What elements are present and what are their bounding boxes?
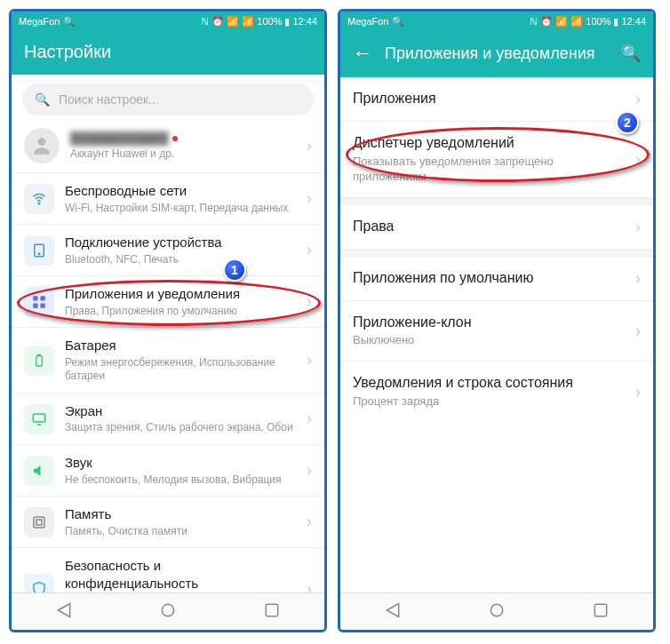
svg-point-1 <box>38 203 40 204</box>
row-app-clone[interactable]: Приложение-клон Выключено › <box>340 301 653 362</box>
nav-home-icon[interactable] <box>488 601 506 623</box>
row-permissions[interactable]: Права › <box>340 205 653 250</box>
carrier-label: MegaFon <box>347 16 388 27</box>
header: ← Приложения и уведомления 🔍 <box>340 31 653 77</box>
chevron-right-icon: › <box>307 513 312 531</box>
phone-left: MegaFon 🔍 ℕ ⏰ 📶 📶 100% ▮ 12:44 Настройки… <box>9 9 327 632</box>
shield-icon <box>24 574 54 592</box>
svg-point-0 <box>38 138 46 146</box>
chevron-right-icon: › <box>635 383 641 402</box>
nav-back-icon[interactable] <box>384 601 402 623</box>
wifi-icon <box>24 184 54 214</box>
row-title: Безопасность и конфиденциальность <box>65 557 296 592</box>
row-display[interactable]: Экран Защита зрения, Стиль рабочего экра… <box>12 394 324 445</box>
notification-dot-icon <box>172 136 178 141</box>
search-button[interactable]: 🔍 <box>621 44 641 63</box>
chevron-right-icon: › <box>307 351 312 370</box>
section-divider <box>340 198 653 205</box>
nav-back-icon[interactable] <box>55 601 73 623</box>
battery-icon: ▮ <box>613 16 618 28</box>
svg-rect-6 <box>33 303 37 307</box>
chevron-right-icon: › <box>635 90 641 108</box>
chevron-right-icon: › <box>307 292 312 311</box>
nav-recents-icon[interactable] <box>263 601 281 623</box>
row-memory[interactable]: Память Память, Очистка памяти › <box>12 497 324 548</box>
row-title: Память <box>65 505 296 523</box>
chevron-right-icon: › <box>307 461 312 480</box>
status-bar: MegaFon 🔍 ℕ ⏰ 📶 📶 100% ▮ 12:44 <box>340 12 653 31</box>
row-title: Звук <box>65 454 296 472</box>
svg-point-15 <box>491 604 502 616</box>
carrier-label: MegaFon <box>19 16 60 27</box>
row-sub: Права, Приложения по умолчанию <box>65 305 296 319</box>
chevron-right-icon: › <box>635 150 641 169</box>
wifi-icon: 📶 <box>227 16 239 28</box>
battery-label: 100% <box>257 16 282 27</box>
page-title: Настройки <box>24 42 312 62</box>
callout-badge: 2 <box>616 111 639 134</box>
svg-rect-8 <box>36 355 43 365</box>
battery-icon <box>24 346 54 376</box>
account-name-blurred: ████████████ <box>70 131 169 145</box>
signal-icon: 📶 <box>242 16 254 28</box>
signal-icon: 📶 <box>570 16 583 28</box>
android-navbar <box>12 592 324 630</box>
row-title: Приложение-клон <box>353 314 625 332</box>
chevron-right-icon: › <box>307 137 312 155</box>
row-title: Права <box>353 218 625 236</box>
status-bar: MegaFon 🔍 ℕ ⏰ 📶 📶 100% ▮ 12:44 <box>12 12 324 31</box>
row-title: Экран <box>65 402 296 420</box>
row-sound[interactable]: Звук Не беспокоить, Мелодия вызова, Вибр… <box>12 445 324 497</box>
battery-icon: ▮ <box>284 16 290 28</box>
row-sub: Показывать уведомления запрещено приложе… <box>353 155 625 185</box>
wifi-icon: 📶 <box>555 16 568 28</box>
chevron-right-icon: › <box>307 241 312 259</box>
chevron-right-icon: › <box>635 322 641 340</box>
svg-rect-12 <box>36 520 42 525</box>
row-security[interactable]: Безопасность и конфиденциальность Датчик… <box>12 548 324 592</box>
row-title: Батарея <box>65 337 296 354</box>
row-apps[interactable]: Приложения › <box>340 77 653 122</box>
search-status-icon: 🔍 <box>392 16 404 28</box>
svg-point-13 <box>162 604 173 616</box>
row-sub: Память, Очистка памяти <box>65 525 296 539</box>
row-apps-notifications[interactable]: Приложения и уведомления Права, Приложен… <box>12 276 324 328</box>
page-title: Приложения и уведомления <box>385 44 609 63</box>
alarm-icon: ⏰ <box>211 16 224 28</box>
row-title: Приложения и уведомления <box>65 285 296 303</box>
nav-home-icon[interactable] <box>159 601 177 623</box>
row-wireless[interactable]: Беспроводные сети Wi-Fi, Настройки SIM-к… <box>12 173 324 225</box>
row-sub: Процент заряда <box>353 394 625 409</box>
nfc-icon: ℕ <box>201 16 209 28</box>
badge-number: 2 <box>624 115 631 130</box>
back-button[interactable]: ← <box>353 42 372 65</box>
battery-label: 100% <box>586 16 610 27</box>
row-default-apps[interactable]: Приложения по умолчанию › <box>340 257 653 301</box>
svg-rect-4 <box>33 296 37 300</box>
search-placeholder: Поиск настроек... <box>59 92 159 107</box>
row-sub: Bluetooth, NFC, Печать <box>65 253 296 267</box>
svg-rect-9 <box>38 354 41 355</box>
chevron-right-icon: › <box>635 269 641 288</box>
row-title: Подключение устройства <box>65 234 296 251</box>
row-title: Диспетчер уведомлений <box>353 134 625 153</box>
avatar <box>24 128 60 163</box>
alarm-icon: ⏰ <box>540 16 553 28</box>
account-sub: Аккаунт Huawei и др. <box>70 147 296 162</box>
badge-number: 1 <box>231 263 238 277</box>
nfc-icon: ℕ <box>530 16 538 28</box>
row-device-connection[interactable]: Подключение устройства Bluetooth, NFC, П… <box>12 225 324 276</box>
settings-list[interactable]: 🔍 Поиск настроек... ████████████ Аккаунт… <box>12 75 324 592</box>
display-icon <box>24 404 54 434</box>
apps-list[interactable]: Приложения › Диспетчер уведомлений Показ… <box>340 77 653 592</box>
chevron-right-icon: › <box>635 218 641 236</box>
row-title: Приложения <box>353 90 625 108</box>
row-notifications-statusbar[interactable]: Уведомления и строка состояния Процент з… <box>340 362 653 422</box>
row-battery[interactable]: Батарея Режим энергосбережения, Использо… <box>12 328 324 394</box>
clock-label: 12:44 <box>292 16 317 27</box>
account-row[interactable]: ████████████ Аккаунт Huawei и др. › <box>12 121 324 173</box>
search-input[interactable]: 🔍 Поиск настроек... <box>22 83 314 115</box>
nav-recents-icon[interactable] <box>592 601 610 623</box>
android-navbar <box>340 592 653 630</box>
row-notification-manager[interactable]: Диспетчер уведомлений Показывать уведомл… <box>340 122 653 198</box>
